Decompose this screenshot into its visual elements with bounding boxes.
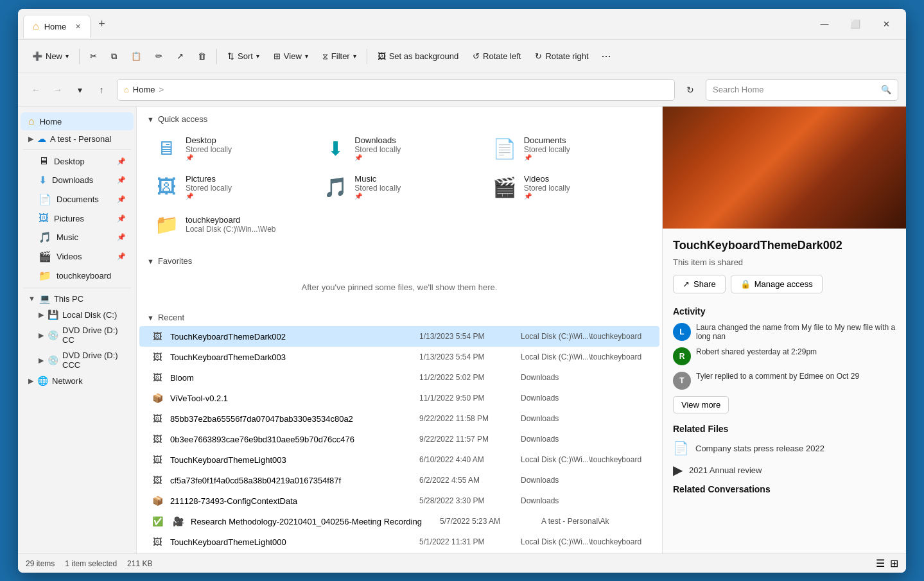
manage-access-button[interactable]: 🔒 Manage access [731, 275, 823, 293]
search-box[interactable]: Search Home 🔍 [706, 79, 898, 101]
more-button[interactable]: ··· [597, 45, 616, 68]
sidebar-item-cloud[interactable]: ▶ ☁ A test - Personal [21, 131, 134, 146]
back-button[interactable]: ← [26, 80, 46, 100]
address-path[interactable]: ⌂ Home > [117, 79, 675, 101]
sidebar-item-downloads[interactable]: ⬇ Downloads 📌 [21, 171, 134, 189]
sidebar-item-documents[interactable]: 📄 Documents 📌 [21, 190, 134, 209]
quick-access-header[interactable]: ▼ Quick access [137, 107, 662, 128]
new-tab-button[interactable]: + [93, 15, 110, 33]
rename-button[interactable]: ✏ [149, 45, 169, 68]
new-button[interactable]: ➕ New ▾ [26, 45, 75, 68]
qa-item-pictures[interactable]: 🖼 Pictures Stored locally 📌 [147, 169, 313, 205]
qa-videos-info: Videos Stored locally 📌 [524, 174, 570, 200]
qa-item-videos[interactable]: 🎬 Videos Stored locally 📌 [485, 169, 652, 205]
tab-title: Home [44, 22, 67, 31]
recent-row-7[interactable]: 🖼 TouchKeyboardThemeLight003 6/10/2022 4… [139, 449, 659, 470]
sidebar-item-network[interactable]: ▶ 🌐 Network [21, 373, 134, 388]
rotate-left-button[interactable]: ↺ Rotate left [466, 45, 527, 68]
qa-desktop-icon: 🖥 [153, 137, 179, 160]
sidebar-item-pictures[interactable]: 🖼 Pictures 📌 [21, 209, 134, 227]
view-list-button[interactable]: ☰ [876, 557, 885, 569]
recent-row-3[interactable]: 🖼 Bloom 11/2/2022 5:02 PM Downloads [139, 367, 659, 388]
sidebar-item-music[interactable]: 🎵 Music 📌 [21, 228, 134, 247]
activity-text-2: Robert shared yesterday at 2:29pm [696, 347, 817, 356]
active-tab[interactable]: ⌂ Home ✕ [23, 15, 91, 38]
related-file-2[interactable]: ▶ 2021 Annual review [673, 462, 896, 478]
share-toolbar-button[interactable]: ↗ [170, 45, 190, 68]
set-background-button[interactable]: 🖼 Set as background [371, 45, 465, 68]
qa-item-touchkeyboard[interactable]: 📁 touchkeyboard Local Disk (C:)\Win...\W… [147, 207, 313, 241]
right-panel: TouchKeyboardThemeDark002 This item is s… [662, 107, 906, 553]
copy-button[interactable]: ⧉ [105, 45, 123, 68]
dropdown-button[interactable]: ▾ [69, 80, 90, 100]
file-explorer-window: ⌂ Home ✕ + — ⬜ ✕ ➕ New ▾ ✂ ⧉ 📋 ✏ ↗ 🗑 ⇅ S… [18, 9, 906, 573]
qa-documents-name: Documents [524, 135, 570, 145]
sidebar-item-dvd1[interactable]: ▶ 💿 DVD Drive (D:) CC [21, 323, 134, 347]
sidebar-item-dvd2[interactable]: ▶ 💿 DVD Drive (D:) CCC [21, 348, 134, 372]
qa-touchkeyboard-name: touchkeyboard [186, 215, 275, 225]
qa-item-desktop[interactable]: 🖥 Desktop Stored locally 📌 [147, 130, 313, 166]
recent-row-10[interactable]: ✅ 🎥 Research Methodology-20210401_040256… [139, 511, 659, 532]
qa-item-downloads[interactable]: ⬇ Downloads Stored locally 📌 [316, 130, 482, 166]
qa-music-pin: 📌 [354, 193, 401, 200]
view-icon: ⊞ [274, 51, 281, 61]
sidebar-item-desktop[interactable]: 🖥 Desktop 📌 [21, 152, 134, 170]
close-button[interactable]: ✕ [871, 14, 901, 35]
documents-pin-icon: 📌 [117, 195, 126, 204]
sidebar-item-home[interactable]: ⌂ Home [21, 112, 134, 130]
minimize-button[interactable]: — [810, 14, 839, 35]
toolbar-sep-1 [79, 49, 80, 64]
maximize-button[interactable]: ⬜ [841, 14, 870, 35]
qa-videos-name: Videos [524, 174, 570, 184]
rotate-right-button[interactable]: ↻ Rotate right [528, 45, 595, 68]
related-file-2-name: 2021 Annual review [689, 465, 762, 475]
qa-item-music[interactable]: 🎵 Music Stored locally 📌 [316, 169, 482, 205]
expand-network-icon: ▶ [28, 377, 33, 385]
new-label: New [46, 51, 62, 61]
cut-button[interactable]: ✂ [83, 45, 103, 68]
recent-icon-2: 🖼 [150, 351, 165, 363]
sort-button[interactable]: ⇅ Sort ▾ [221, 45, 266, 68]
sidebar-item-localdisk[interactable]: ▶ 💾 Local Disk (C:) [21, 307, 134, 322]
sidebar-item-thispc[interactable]: ▼ 💻 This PC [21, 291, 134, 306]
paste-button[interactable]: 📋 [125, 45, 148, 68]
filter-button[interactable]: ⧖ Filter ▾ [316, 45, 363, 68]
view-more-button[interactable]: View more [673, 396, 729, 413]
view-grid-button[interactable]: ⊞ [890, 557, 898, 569]
favorites-header[interactable]: ▼ Favorites [137, 248, 662, 270]
activity-text-3: Tyler replied to a comment by Edmee on O… [696, 372, 859, 381]
dvd1-icon: 💿 [48, 330, 58, 340]
recent-row-5[interactable]: 🖼 85bb37e2ba65556f7da07047bab330e3534c80… [139, 408, 659, 429]
activity-text-1: Laura changed the name from My file to M… [696, 323, 896, 341]
qa-touchkeyboard-info: touchkeyboard Local Disk (C:)\Win...\Web [186, 215, 275, 234]
recent-row-6[interactable]: 🖼 0b3ee7663893cae76e9bd310aee59b70d76cc4… [139, 429, 659, 449]
sidebar-item-touchkeyboard[interactable]: 📁 touchkeyboard [21, 266, 134, 285]
qa-downloads-icon: ⬇ [322, 137, 348, 160]
share-panel-button[interactable]: ↗ Share [673, 275, 726, 293]
recent-date-6: 9/22/2022 11:57 PM [419, 435, 516, 444]
view-button[interactable]: ⊞ View ▾ [267, 45, 315, 68]
recent-row-4[interactable]: 📦 ViVeTool-v0.2.1 11/1/2022 9:50 PM Down… [139, 388, 659, 408]
recent-loc-8: Downloads [521, 476, 649, 485]
up-button[interactable]: ↑ [91, 80, 112, 100]
forward-button[interactable]: → [48, 80, 68, 100]
qa-item-documents[interactable]: 📄 Documents Stored locally 📌 [485, 130, 652, 166]
search-magnifier-icon[interactable]: 🔍 [881, 85, 891, 94]
recent-row-11[interactable]: 🖼 TouchKeyboardThemeLight000 5/1/2022 11… [139, 532, 659, 552]
recent-row-8[interactable]: 🖼 cf5a73fe0f1f4a0cd58a38b04219a0167354f8… [139, 470, 659, 490]
related-file-1[interactable]: 📄 Company stats press release 2022 [673, 440, 896, 456]
recent-date-8: 6/2/2022 4:55 AM [419, 476, 516, 485]
expand-dvd1-icon: ▶ [39, 331, 44, 340]
recent-row-2[interactable]: 🖼 TouchKeyboardThemeDark003 1/13/2023 5:… [139, 347, 659, 367]
delete-button[interactable]: 🗑 [191, 45, 213, 68]
desktop-sidebar-icon: 🖥 [39, 155, 49, 167]
sidebar-pictures-label: Pictures [54, 214, 84, 223]
sidebar-desktop-label: Desktop [54, 157, 85, 166]
recent-loc-1: Local Disk (C:)\Wi...\touchkeyboard [521, 332, 649, 341]
sidebar-item-videos[interactable]: 🎬 Videos 📌 [21, 247, 134, 266]
recent-header[interactable]: ▼ Recent [137, 305, 662, 326]
recent-row-1[interactable]: 🖼 TouchKeyboardThemeDark002 1/13/2023 5:… [139, 326, 659, 347]
recent-row-9[interactable]: 📦 211128-73493-ConfigContextData 5/28/20… [139, 490, 659, 511]
refresh-button[interactable]: ↻ [680, 80, 701, 100]
tab-close-button[interactable]: ✕ [75, 22, 81, 31]
